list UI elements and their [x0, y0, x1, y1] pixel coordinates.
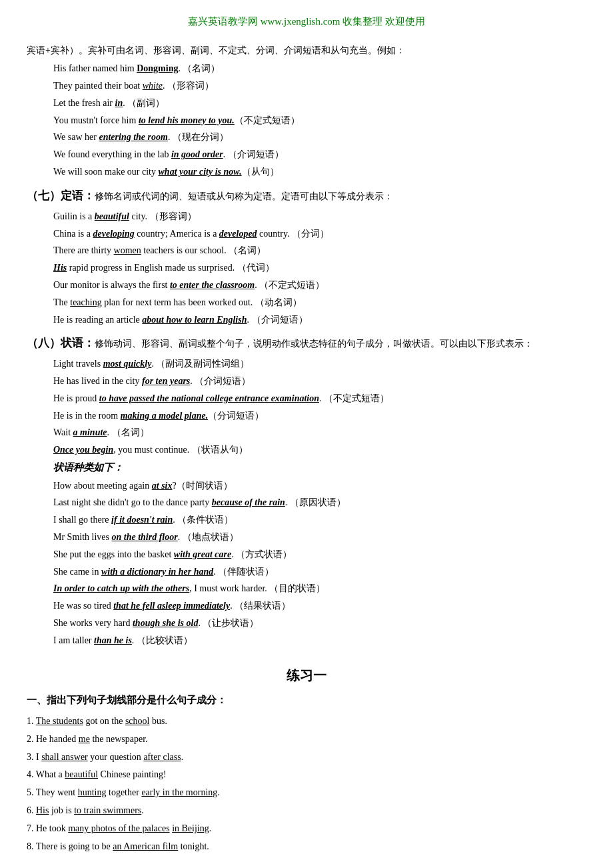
exercise-item-4: 4. What a beautiful Chinese painting! — [27, 767, 586, 783]
key-third-floor: on the third floor — [112, 532, 178, 542]
example-4: You mustn't force him to lend his money … — [27, 113, 586, 129]
key-once-begin: Once you begin — [53, 445, 113, 455]
key-developed: developed — [219, 229, 257, 239]
s8-type5: She put the eggs into the basket with gr… — [27, 547, 586, 563]
key-than-he: than he is — [94, 635, 132, 645]
example-6: We found everything in the lab in good o… — [27, 147, 586, 163]
section8: （八）状语：修饰动词、形容词、副词或整个句子，说明动作或状态特征的句子成分，叫做… — [27, 334, 586, 648]
key-making-plane: making a model plane. — [121, 411, 208, 421]
s7-ex7: He is reading an article about how to le… — [27, 312, 586, 328]
s8-type9: She works very hard though she is old. （… — [27, 615, 586, 631]
key-beautiful: beautiful — [95, 211, 129, 221]
s7-ex3: There are thirty women teachers is our s… — [27, 243, 586, 259]
s8-type10: I am taller than he is. （比较状语） — [27, 633, 586, 649]
header: 嘉兴英语教学网 www.jxenglish.com 收集整理 欢迎使用 — [27, 13, 586, 31]
key-white: white — [143, 81, 163, 91]
key-women: women — [114, 245, 141, 255]
s8-ex5: Wait a minute. （名词） — [27, 425, 586, 441]
s8-ex1: Light travels most quickly. （副词及副词性词组） — [27, 356, 586, 372]
key-what-city: what your city is now. — [159, 167, 242, 177]
s8-type3: I shall go there if it doesn't rain. （条件… — [27, 512, 586, 528]
key-developing: developing — [93, 229, 135, 239]
example-1: His father named him Dongming. （名词） — [27, 61, 586, 77]
s8-type1: How about meeting again at six?（时间状语） — [27, 478, 586, 494]
intro-line1: 宾语+宾补）。宾补可由名词、形容词、副词、不定式、分词、介词短语和从句充当。例如… — [27, 43, 586, 59]
key-because-rain: because of the rain — [212, 497, 285, 507]
exercise-section: 练习一 一、指出下列句子划线部分是什么句子成分： 1. The students… — [27, 664, 586, 854]
key-enter-classroom: to enter the classroom — [170, 280, 255, 290]
exercise-item-5: 5. They went hunting together early in t… — [27, 785, 586, 801]
section7-title: （七）定语：修饰名词或代词的词、短语或从句称为定语。定语可由以下等成分表示： — [27, 187, 586, 206]
s8-type7: In order to catch up with the others, I … — [27, 581, 586, 597]
s7-ex1: Guilin is a beautiful city. （形容词） — [27, 209, 586, 225]
s7-ex5: Our monitor is always the first to enter… — [27, 277, 586, 293]
example-7: We will soon make our city what your cit… — [27, 164, 586, 180]
key-teaching: teaching — [70, 297, 101, 307]
s8-type6: She came in with a dictionary in her han… — [27, 564, 586, 580]
exercise-item-3: 3. I shall answer your question after cl… — [27, 749, 586, 765]
key-in: in — [115, 98, 123, 108]
s7-ex4: His rapid progress in English made us su… — [27, 260, 586, 276]
exercise-item-6: 6. His job is to train swimmers. — [27, 803, 586, 819]
section8-title: （八）状语：修饰动词、形容词、副词或整个句子，说明动作或状态特征的句子成分，叫做… — [27, 334, 586, 353]
s8-ex6: Once you begin, you must continue. （状语从句… — [27, 442, 586, 458]
key-dongming: Dongming — [137, 63, 178, 73]
key-in-order: In order to catch up with the others — [53, 583, 189, 593]
exercise-item-1: 1. The students got on the school bus. — [27, 713, 586, 729]
s8-subtitle: 状语种类如下： — [27, 459, 586, 477]
s7-ex2: China is a developing country; America i… — [27, 226, 586, 242]
s8-ex3: He is proud to have passed the national … — [27, 391, 586, 407]
key-most-quickly: most quickly — [103, 359, 152, 369]
key-his: His — [53, 263, 67, 273]
key-entering: entering the room — [99, 132, 167, 142]
key-though-old: though she is old — [133, 618, 198, 628]
key-how-learn: about how to learn English — [142, 315, 247, 325]
s8-type2: Last night she didn't go to the dance pa… — [27, 495, 586, 511]
key-passed-exam: to have passed the national college entr… — [99, 393, 319, 403]
section7: （七）定语：修饰名词或代词的词、短语或从句称为定语。定语可由以下等成分表示： G… — [27, 187, 586, 327]
exercise-item-8: 8. There is going to be an American film… — [27, 839, 586, 855]
s7-ex6: The teaching plan for next term has been… — [27, 295, 586, 311]
example-2: They painted their boat white. （形容词） — [27, 78, 586, 94]
exercise-item-2: 2. He handed me the newspaper. — [27, 731, 586, 747]
exercise-title: 练习一 — [27, 664, 586, 687]
key-good-order: in good order — [171, 149, 223, 159]
key-minute: a minute — [73, 427, 107, 437]
s8-ex4: He is in the room making a model plane.（… — [27, 408, 586, 424]
key-lend: to lend his money to you. — [139, 115, 235, 125]
key-at-six: at six — [152, 481, 173, 491]
key-fell-asleep: that he fell asleep immediately — [113, 601, 230, 611]
key-dictionary-hand: with a dictionary in her hand — [101, 567, 213, 577]
key-ten-years: for ten years — [142, 376, 190, 386]
example-5: We saw her entering the room. （现在分词） — [27, 129, 586, 145]
exercise-item-7: 7. He took many photos of the palaces in… — [27, 821, 586, 837]
exercise-instruction: 一、指出下列句子划线部分是什么句子成分： — [27, 692, 586, 709]
key-great-care: with great care — [174, 549, 231, 559]
s8-type4: Mr Smith lives on the third floor. （地点状语… — [27, 529, 586, 545]
example-3: Let the fresh air in. （副词） — [27, 95, 586, 111]
key-if-rain: if it doesn't rain — [111, 515, 173, 525]
s8-type8: He was so tired that he fell asleep imme… — [27, 598, 586, 614]
intro-section: 宾语+宾补）。宾补可由名词、形容词、副词、不定式、分词、介词短语和从句充当。例如… — [27, 43, 586, 180]
s8-ex2: He has lived in the city for ten years. … — [27, 373, 586, 389]
